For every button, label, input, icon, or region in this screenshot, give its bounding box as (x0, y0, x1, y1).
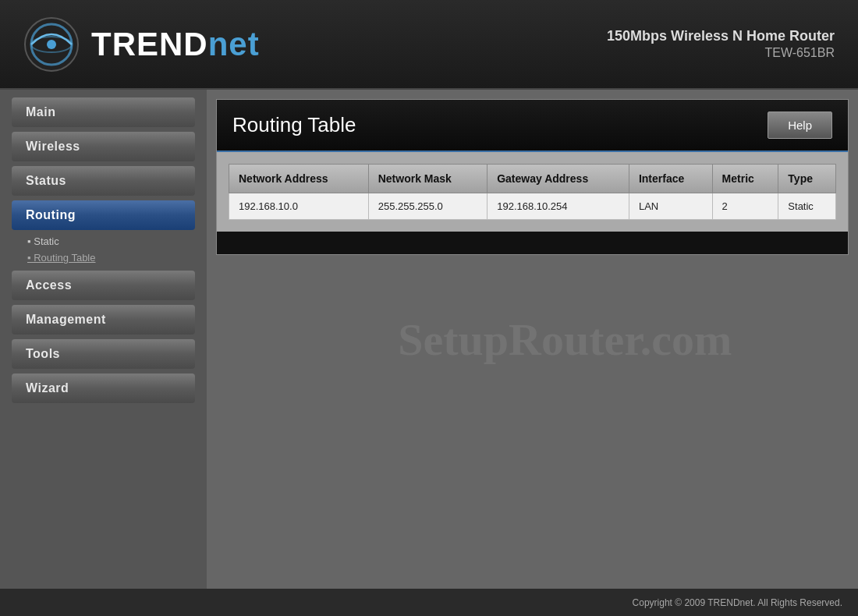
sidebar-item-wireless[interactable]: Wireless (12, 132, 195, 161)
product-info: 150Mbps Wireless N Home Router TEW-651BR (607, 28, 835, 60)
sidebar-item-management[interactable]: Management (12, 305, 195, 335)
routing-table: Network Address Network Mask Gateway Add… (229, 164, 836, 220)
page-body: Network Address Network Mask Gateway Add… (217, 152, 848, 232)
sidebar-subitem-static[interactable]: ▪ Static (23, 233, 195, 250)
routing-sub-menu: ▪ Static ▪ Routing Table (12, 233, 195, 266)
main-container: Main Wireless Status Routing ▪ Static ▪ … (0, 90, 858, 589)
page-header: Routing Table Help (217, 100, 848, 152)
header: TRENDnet 150Mbps Wireless N Home Router … (0, 0, 858, 90)
logo-text: TRENDnet (91, 26, 260, 63)
col-type: Type (778, 165, 836, 193)
cell-3: LAN (629, 193, 712, 220)
col-network-address: Network Address (229, 165, 369, 193)
sidebar: Main Wireless Status Routing ▪ Static ▪ … (0, 90, 207, 589)
cell-2: 192.168.10.254 (488, 193, 629, 220)
footer-copyright: Copyright © 2009 TRENDnet. All Rights Re… (633, 597, 842, 608)
cell-0: 192.168.10.0 (229, 193, 369, 220)
page-title: Routing Table (232, 113, 356, 137)
sidebar-item-status[interactable]: Status (12, 166, 195, 196)
product-name: 150Mbps Wireless N Home Router (607, 28, 835, 44)
table-row: 192.168.10.0255.255.255.0192.168.10.254L… (229, 193, 836, 220)
cell-5: Static (778, 193, 836, 220)
content-area: SetupRouter.com Routing Table Help Netwo… (207, 90, 858, 589)
col-interface: Interface (629, 165, 712, 193)
help-button[interactable]: Help (768, 112, 832, 139)
col-network-mask: Network Mask (368, 165, 488, 193)
table-header-row: Network Address Network Mask Gateway Add… (229, 165, 836, 193)
sidebar-item-main[interactable]: Main (12, 97, 195, 127)
sidebar-subitem-routing-table[interactable]: ▪ Routing Table (23, 250, 195, 266)
cell-4: 2 (712, 193, 778, 220)
model-number: TEW-651BR (607, 46, 835, 60)
page-panel: Routing Table Help Network Address Netwo… (216, 99, 849, 255)
footer: Copyright © 2009 TRENDnet. All Rights Re… (0, 589, 858, 616)
trendnet-logo-icon (23, 16, 80, 73)
logo-area: TRENDnet (23, 16, 260, 73)
cell-1: 255.255.255.0 (368, 193, 488, 220)
sidebar-item-routing[interactable]: Routing (12, 200, 195, 230)
watermark: SetupRouter.com (398, 313, 732, 366)
sidebar-item-tools[interactable]: Tools (12, 339, 195, 369)
sidebar-item-access[interactable]: Access (12, 271, 195, 300)
col-gateway-address: Gateway Address (488, 165, 629, 193)
logo-brand: TRENDnet (91, 26, 260, 62)
sidebar-item-wizard[interactable]: Wizard (12, 373, 195, 403)
svg-point-3 (47, 40, 56, 49)
col-metric: Metric (712, 165, 778, 193)
